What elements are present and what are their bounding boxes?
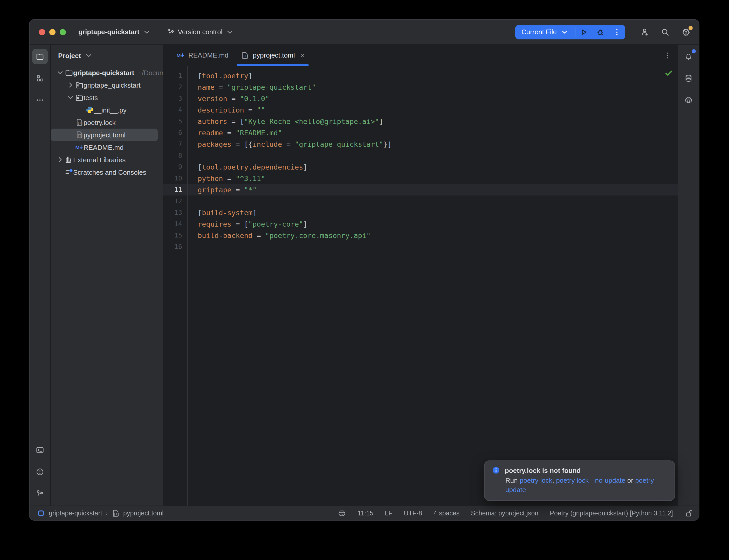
tab-pyproject.toml[interactable]: [T]pyproject.toml× [235,45,311,66]
tree-item-External Libraries[interactable]: External Libraries [51,153,163,166]
tree-item-label: pyproject.toml [83,131,126,139]
code-line-6[interactable]: 6readme = "README.md" [163,127,678,138]
code-line-8[interactable]: 8 [163,150,678,161]
chevron-right-icon[interactable] [65,81,75,89]
code-token: = [{ [231,140,252,148]
problems-icon [36,468,44,476]
ai-assistant-status-icon[interactable] [338,509,346,517]
tree-item-griptape-quickstart[interactable]: griptape-quickstart~/Docume [51,66,163,79]
code-line-9[interactable]: 9[tool.poetry.dependencies] [163,161,678,173]
tree-item-pyproject.toml[interactable]: [T]pyproject.toml [51,129,158,141]
vcs-widget[interactable]: Version control [166,28,234,36]
chevron-down-icon[interactable] [55,68,65,77]
breadcrumb-label: pyproject.toml [123,509,164,517]
tab-options-button[interactable] [663,51,671,59]
line-number: 8 [163,150,187,161]
ellipsis-icon [36,96,44,104]
more-tool-windows-button[interactable] [32,92,48,108]
status-item[interactable]: LF [385,509,392,517]
code-line-12[interactable]: 12 [163,195,678,207]
search-everywhere-button[interactable] [660,26,671,38]
bell-icon [684,52,693,61]
code-token: "^3.11" [235,174,265,183]
git-branch-icon [36,489,44,498]
minimize-window-button[interactable] [49,29,55,35]
code-text [187,241,198,253]
tab-README.md[interactable]: MREADME.md [170,45,235,66]
code-line-10[interactable]: 10python = "^3.11" [163,173,678,184]
project-tool-button[interactable] [32,49,48,64]
inspections-ok-icon[interactable] [665,69,673,77]
tree-item-Scratches and Consoles[interactable]: Scratches and Consoles [51,166,163,178]
zoom-window-button[interactable] [60,29,66,35]
code-line-7[interactable]: 7packages = [{include = "griptape_quicks… [163,138,678,150]
info-icon [492,466,500,474]
editor-tab-bar: MREADME.md[T]pyproject.toml× [163,45,678,66]
more-run-options-button[interactable] [609,25,625,39]
code-line-4[interactable]: 4description = "" [163,104,678,116]
status-item[interactable]: Schema: pyproject.json [471,509,538,517]
code-token: [ [198,208,202,217]
status-item[interactable]: UTF-8 [404,509,422,517]
tree-item-__init__.py[interactable]: __init__.py [51,104,163,116]
run-button[interactable] [575,25,592,39]
run-configuration-selector[interactable]: Current File [515,25,575,39]
code-line-15[interactable]: 15build-backend = "poetry.core.masonry.a… [163,230,678,241]
notification-link[interactable]: poetry lock [520,477,552,484]
code-line-2[interactable]: 2name = "griptape-quickstart" [163,81,678,93]
status-item[interactable]: Poetry (griptape-quickstart) [Python 3.1… [550,509,673,517]
tree-item-poetry.lock[interactable]: [T]poetry.lock [51,116,163,129]
notification-popup[interactable]: poetry.lock is not found Run poetry lock… [484,460,675,501]
notification-link[interactable]: poetry lock --no-update [556,477,625,484]
git-tool-button[interactable] [32,486,48,501]
kebab-menu-icon [613,28,621,36]
code-line-14[interactable]: 14requires = ["poetry-core"] [163,218,678,230]
line-number: 12 [163,195,187,207]
code-text: version = "0.1.0" [187,93,269,104]
line-number: 2 [163,81,187,93]
code-token: "" [257,106,265,114]
close-window-button[interactable] [39,29,45,35]
ai-assistant-tool-button[interactable] [681,92,696,108]
code-token: = [244,106,257,114]
chevron-down-icon [226,28,234,36]
project-panel: Project griptape-quickstart~/Documegript… [51,45,163,506]
tree-item-griptape_quickstart[interactable]: griptape_quickstart [51,79,163,91]
title-bar: griptape-quickstart Version control Curr… [30,20,699,45]
code-token: version [198,94,227,103]
code-line-11[interactable]: 11griptape = "*" [163,184,678,195]
code-token: name [198,83,214,91]
search-icon [661,28,669,36]
chevron-down-icon[interactable] [85,51,93,60]
add-user-icon [640,28,649,36]
code-line-1[interactable]: 1[tool.poetry] [163,70,678,81]
chevron-down-icon[interactable] [65,93,75,102]
database-tool-button[interactable] [681,71,696,86]
code-token: authors [198,117,227,125]
tree-item-README.md[interactable]: MREADME.md [51,141,163,153]
tree-item-tests[interactable]: tests [51,91,163,104]
chevron-right-icon[interactable] [55,156,65,164]
debug-button[interactable] [592,25,609,39]
close-tab-icon[interactable]: × [300,51,304,59]
code-with-me-button[interactable] [639,26,650,38]
project-widget[interactable]: griptape-quickstart [78,27,151,36]
status-item[interactable]: 11:15 [358,509,374,517]
structure-tool-button[interactable] [32,71,48,86]
code-line-16[interactable]: 16 [163,241,678,253]
code-line-5[interactable]: 5authors = ["Kyle Roche <hello@griptape.… [163,116,678,127]
status-item[interactable]: 4 spaces [434,509,460,517]
project-panel-title: Project [58,52,81,59]
code-editor[interactable]: 1[tool.poetry]2name = "griptape-quicksta… [163,66,678,506]
breadcrumb-item-griptape-quickstart[interactable]: griptape-quickstart [37,509,102,517]
line-number: 5 [163,116,187,127]
breadcrumb-item-pyproject.toml[interactable]: [T]pyproject.toml [111,509,164,517]
package-folder-icon [75,93,83,102]
settings-button[interactable] [680,26,692,38]
problems-tool-button[interactable] [32,464,48,480]
notification-text: , [552,477,556,484]
code-line-3[interactable]: 3version = "0.1.0" [163,93,678,104]
code-line-13[interactable]: 13[build-system] [163,207,678,218]
notifications-tool-button[interactable] [681,49,696,64]
terminal-tool-button[interactable] [32,442,48,458]
